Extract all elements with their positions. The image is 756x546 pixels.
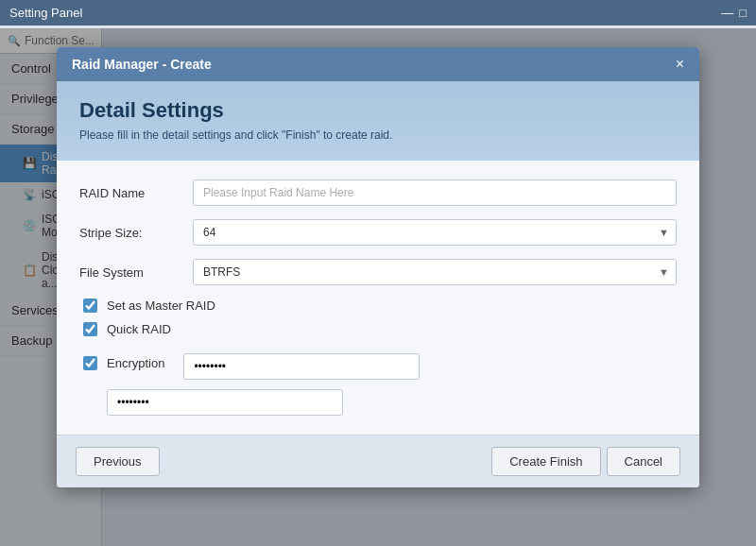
modal-header: Raid Manager - Create ×: [57, 47, 699, 81]
file-system-wrapper: EXT4 BTRFS XFS ▼: [193, 259, 677, 285]
quick-raid-checkbox[interactable]: [83, 322, 97, 336]
modal-footer: Previous Create Finish Cancel: [57, 435, 699, 487]
footer-right-buttons: Create Finish Cancel: [491, 447, 680, 476]
raid-name-label: RAID Name: [79, 186, 193, 200]
modal-body: RAID Name Stripe Size: 16 32 64 128 256: [57, 161, 699, 435]
modal-close-button[interactable]: ×: [676, 57, 684, 72]
panel-titlebar: Setting Panel — □: [0, 0, 756, 26]
file-system-select[interactable]: EXT4 BTRFS XFS: [193, 259, 677, 285]
quick-raid-label[interactable]: Quick RAID: [107, 322, 171, 336]
set-master-label[interactable]: Set as Master RAID: [107, 299, 215, 313]
panel-title: Setting Panel: [9, 6, 82, 20]
set-master-checkbox[interactable]: [83, 299, 97, 313]
stripe-size-row: Stripe Size: 16 32 64 128 256 ▼: [79, 219, 677, 246]
hero-description: Please fill in the detail settings and c…: [79, 128, 677, 142]
file-system-label: File System: [79, 265, 193, 280]
raid-manager-modal: Raid Manager - Create × Detail Settings …: [57, 47, 699, 487]
encryption-label[interactable]: Encryption: [107, 356, 164, 370]
create-finish-button[interactable]: Create Finish: [491, 447, 600, 476]
file-system-row: File System EXT4 BTRFS XFS ▼: [79, 259, 677, 285]
quick-raid-row: Quick RAID: [79, 322, 677, 336]
set-master-row: Set as Master RAID: [79, 299, 677, 313]
encryption-confirm-input[interactable]: [107, 389, 343, 416]
encryption-fields: [183, 353, 420, 380]
minimize-icon[interactable]: —: [721, 6, 733, 20]
modal-hero: Detail Settings Please fill in the detai…: [57, 81, 699, 161]
previous-button[interactable]: Previous: [76, 447, 160, 476]
encryption-confirm-row: [79, 389, 677, 416]
modal-title: Raid Manager - Create: [72, 57, 212, 72]
setting-panel: Setting Panel — □ 🔍 Control Privilege St…: [0, 0, 756, 546]
encryption-password-input[interactable]: [183, 353, 420, 380]
stripe-size-label: Stripe Size:: [79, 226, 193, 240]
hero-heading: Detail Settings: [79, 98, 677, 123]
stripe-size-select[interactable]: 16 32 64 128 256: [193, 219, 677, 246]
encryption-row: Encryption: [79, 346, 677, 380]
encryption-checkbox[interactable]: [83, 356, 97, 370]
modal-overlay: Raid Manager - Create × Detail Settings …: [0, 28, 756, 546]
restore-icon[interactable]: □: [739, 6, 747, 20]
raid-name-row: RAID Name: [79, 179, 677, 206]
stripe-size-wrapper: 16 32 64 128 256 ▼: [193, 219, 677, 246]
raid-name-input[interactable]: [193, 179, 677, 206]
cancel-button[interactable]: Cancel: [607, 447, 680, 476]
